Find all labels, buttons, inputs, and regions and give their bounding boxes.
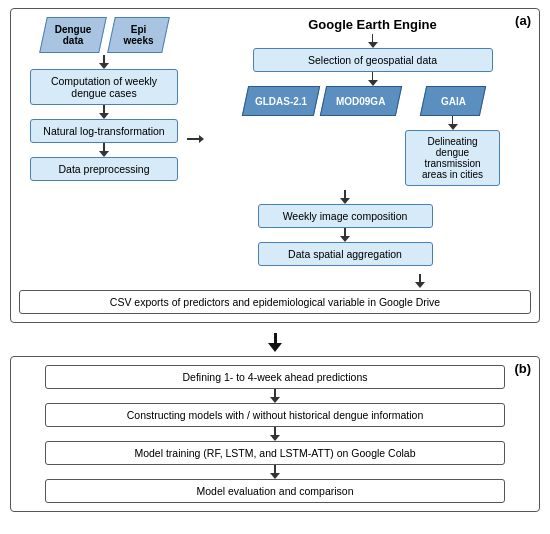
- section-b-box-3: Model training (RF, LSTM, and LSTM-ATT) …: [45, 441, 506, 465]
- gaia-box: GAIA: [419, 86, 485, 116]
- top-inputs: Dengue data Epi weeks: [43, 17, 166, 53]
- csv-bar: CSV exports of predictors and epidemiolo…: [19, 290, 531, 314]
- arrow-gee-selection: [368, 34, 378, 48]
- mod09ga-group: MOD09GA: [323, 86, 399, 116]
- mod09ga-box: MOD09GA: [320, 86, 402, 116]
- csv-bar-section: CSV exports of predictors and epidemiolo…: [19, 274, 531, 314]
- gee-title: Google Earth Engine: [308, 17, 437, 32]
- arrow-selection-sources: [368, 72, 378, 86]
- preprocessing-box: Data preprocessing: [30, 157, 178, 181]
- inter-section-arrow: [10, 333, 540, 352]
- arrow-weekly-spatial: [258, 228, 433, 242]
- gldas-group: GLDAS-2.1: [245, 86, 317, 116]
- gee-column: Google Earth Engine Selection of geospat…: [204, 17, 531, 266]
- left-column: Dengue data Epi weeks Comp: [19, 17, 189, 181]
- arrow-b2-b3: [270, 427, 280, 441]
- gaia-group: GAIA Delineating dengue transmission are…: [405, 86, 500, 186]
- diagram-wrapper: (a) Dengue data Epi weeks: [0, 0, 550, 520]
- epi-weeks-box: Epi weeks: [107, 17, 170, 53]
- arrow-inputs-computation: [99, 55, 109, 69]
- section-a: (a) Dengue data Epi weeks: [10, 8, 540, 323]
- data-sources-row: GLDAS-2.1 MOD09GA GAIA: [214, 86, 531, 186]
- section-a-label: (a): [515, 13, 531, 28]
- arrow-b1-b2: [270, 389, 280, 403]
- section-b-box-2: Constructing models with / without histo…: [45, 403, 506, 427]
- weekly-composition-box: Weekly image composition: [258, 204, 433, 228]
- weekly-composition-group: Weekly image composition Data spatial ag…: [258, 204, 433, 266]
- gldas-box: GLDAS-2.1: [242, 86, 320, 116]
- section-b-label: (b): [514, 361, 531, 376]
- section-b-box-1: Defining 1- to 4-week ahead predictions: [45, 365, 506, 389]
- arrow-to-csv: [309, 274, 531, 288]
- dengue-input-group: Dengue data: [43, 17, 103, 53]
- section-b-box-4: Model evaluation and comparison: [45, 479, 506, 503]
- section-b-content: Defining 1- to 4-week ahead predictions …: [19, 365, 531, 503]
- arrow-sources-weekly: [340, 190, 350, 204]
- arrow-log-preprocessing: [99, 143, 109, 157]
- computation-box: Computation of weekly dengue cases: [30, 69, 178, 105]
- arrow-b3-b4: [270, 465, 280, 479]
- epi-input-group: Epi weeks: [111, 17, 166, 53]
- section-b: (b) Defining 1- to 4-week ahead predicti…: [10, 356, 540, 512]
- arrow-computation-log: [99, 105, 109, 119]
- log-transform-box: Natural log-transformation: [30, 119, 178, 143]
- delineating-box: Delineating dengue transmission areas in…: [405, 130, 500, 186]
- dengue-data-box: Dengue data: [39, 17, 107, 53]
- horizontal-connector: [187, 135, 204, 143]
- spatial-aggregation-box: Data spatial aggregation: [258, 242, 433, 266]
- arrow-gaia-delineating: [448, 116, 458, 130]
- selection-box: Selection of geospatial data: [253, 48, 493, 72]
